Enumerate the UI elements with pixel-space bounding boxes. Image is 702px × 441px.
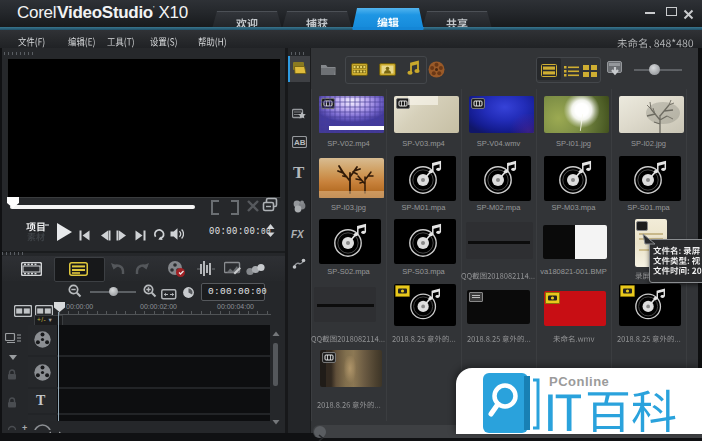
svg-text:AB: AB xyxy=(294,138,306,147)
